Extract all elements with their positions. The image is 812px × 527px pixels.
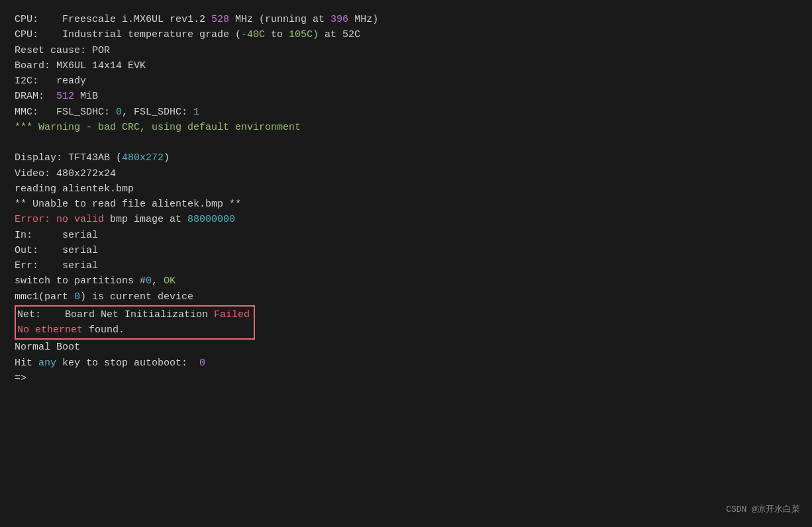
error-bmp-line: Error: no valid bmp image at 88000000 <box>15 212 797 227</box>
terminal: CPU: Freescale i.MX6UL rev1.2 528 MHz (r… <box>15 12 797 386</box>
normal-boot-line: Normal Boot <box>15 340 797 355</box>
warning-line: *** Warning - bad CRC, using default env… <box>15 120 797 135</box>
net-error-box: Net: Board Net Initialization Failed No … <box>15 305 255 340</box>
no-ethernet-line: No ethernet found. <box>17 322 250 338</box>
in-line: In: serial <box>15 228 797 243</box>
i2c-line: I2C: ready <box>15 73 797 89</box>
err-line: Err: serial <box>15 258 797 273</box>
cpu-line2: CPU: Industrial temperature grade (-40C … <box>15 27 797 42</box>
out-line: Out: serial <box>15 243 797 258</box>
prompt-line: => <box>15 371 797 386</box>
reset-cause: Reset cause: POR <box>15 43 797 58</box>
dram-line: DRAM: 512 MiB <box>15 89 797 104</box>
mmc1-line: mmc1(part 0) is current device <box>15 289 797 305</box>
watermark: CSDN @凉开水白菜 <box>726 503 800 516</box>
cpu-line1: CPU: Freescale i.MX6UL rev1.2 528 MHz (r… <box>15 12 797 27</box>
autoboot-line: Hit any key to stop autoboot: 0 <box>15 356 797 371</box>
reading-line: reading alientek.bmp <box>15 181 797 197</box>
blank-line <box>15 135 797 150</box>
video-line: Video: 480x272x24 <box>15 166 797 181</box>
switch-line: switch to partitions #0, OK <box>15 273 797 289</box>
unable-line: ** Unable to read file alientek.bmp ** <box>15 197 797 212</box>
board-line: Board: MX6UL 14x14 EVK <box>15 58 797 73</box>
net-failed-line: Net: Board Net Initialization Failed <box>17 307 250 322</box>
display-line: Display: TFT43AB (480x272) <box>15 150 797 166</box>
mmc-line: MMC: FSL_SDHC: 0, FSL_SDHC: 1 <box>15 105 797 120</box>
